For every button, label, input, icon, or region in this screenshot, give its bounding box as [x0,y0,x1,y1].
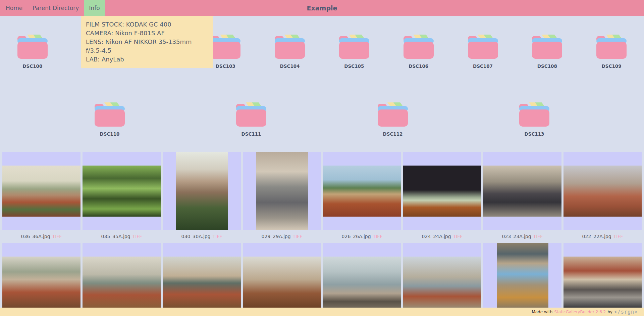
info-line-film-stock: FILM STOCK: KODAK GC 400 [86,20,209,29]
footer-made-with-text: Made with [532,310,552,314]
folder-icon [210,35,241,59]
tiff-link[interactable]: TIFF [533,234,543,239]
nav-bar: Home Parent Directory Info Example [0,0,644,16]
photo-thumbnail-vltava-bridges-view [163,257,241,308]
thumbnail-tile[interactable] [564,152,642,230]
gallery-cell [243,243,321,316]
gallery-cell: 023_23A.jpg TIFF [483,152,561,243]
thumbnail-caption: 035_35A.jpg TIFF [83,230,161,243]
tiff-link[interactable]: TIFF [613,234,623,239]
folder-icon [403,35,434,59]
tiff-link[interactable]: TIFF [293,234,303,239]
gallery-cell: 022_22A.jpg TIFF [564,152,642,243]
photo-thumbnail-castle-and-red-roofs [2,257,80,308]
gallery-cell: 026_26A.jpg TIFF [323,152,401,243]
gallery-cell [2,243,80,316]
thumbnail-tile[interactable] [564,243,642,316]
folder-label: DSC106 [409,63,428,69]
folder-icon [519,102,550,127]
image-filename: 035_35A.jpg [101,234,130,239]
folder-item[interactable]: DSC108 [515,35,579,69]
photo-thumbnail-green-hill-red-roofs [323,166,401,217]
photo-thumbnail-rooftop-haze-view [243,257,321,308]
builder-version-link[interactable]: StaticGalleryBuilder 2.6.2 [554,310,606,314]
folder-label: DSC105 [344,63,364,69]
thumbnail-tile[interactable] [2,152,80,230]
folder-item[interactable]: DSC113 [502,102,566,137]
gallery-cell [403,243,481,316]
photo-thumbnail-old-town-square-street [564,257,642,308]
folder-item[interactable]: DSC106 [387,35,450,69]
folder-icon [94,102,125,127]
thumbnail-tile[interactable] [83,152,161,230]
thumbnail-tile[interactable] [323,243,401,316]
folder-label: DSC111 [241,131,261,137]
image-filename: 036_36A.jpg [21,234,50,239]
folder-icon [17,35,48,59]
folder-item[interactable]: DSC111 [219,102,283,137]
photo-thumbnail-prague-castle-overcast [564,166,642,217]
thumbnail-grid: 036_36A.jpg TIFF 035_35A.jpg TIFF 030_30… [0,152,644,316]
gallery-cell [483,243,561,316]
folder-icon [339,35,370,59]
folder-icon [596,35,627,59]
gallery-cell: 035_35A.jpg TIFF [83,152,161,243]
thumbnail-tile[interactable] [163,243,241,316]
thumbnail-tile[interactable] [243,243,321,316]
thumbnail-caption: 024_24A.jpg TIFF [403,230,481,243]
info-tooltip: FILM STOCK: KODAK GC 400 CAMERA: Nikon F… [81,16,213,68]
thumbnail-tile[interactable] [483,243,561,316]
folder-item[interactable]: DSC107 [451,35,515,69]
srgn-brand-link[interactable]: </srgn> [614,309,638,315]
thumbnail-tile[interactable] [83,243,161,316]
image-filename: 023_23A.jpg [502,234,531,239]
tiff-link[interactable]: TIFF [52,234,62,239]
photo-thumbnail-spring-foliage [83,166,161,217]
thumbnail-tile[interactable] [323,152,401,230]
folder-label: DSC108 [537,63,557,69]
tiff-link[interactable]: TIFF [453,234,463,239]
info-line-lab: LAB: AnyLab [86,55,209,64]
folder-item[interactable]: DSC100 [1,35,64,69]
folder-icon [377,102,408,127]
folder-label: DSC113 [524,131,544,137]
thumbnail-caption: 023_23A.jpg TIFF [483,230,561,243]
folder-item[interactable]: DSC112 [361,102,425,137]
gallery-cell [83,243,161,316]
image-filename: 030_30A.jpg [181,234,211,239]
gallery-cell: 024_24A.jpg TIFF [403,152,481,243]
thumbnail-tile[interactable] [403,152,481,230]
folder-label: DSC112 [383,131,402,137]
gallery-cell [323,243,401,316]
gallery-cell [163,243,241,316]
nav-parent-directory-link[interactable]: Parent Directory [28,0,84,16]
folder-icon [468,35,498,59]
tiff-link[interactable]: TIFF [132,234,142,239]
image-filename: 022_22A.jpg [582,234,611,239]
thumbnail-tile[interactable] [243,152,321,230]
thumbnail-tile[interactable] [403,243,481,316]
thumbnail-tile[interactable] [483,152,561,230]
info-line-lens: LENS: Nikon AF NIKKOR 35-135mm f/3.5-4.5 [86,38,209,55]
nav-home-link[interactable]: Home [1,0,28,16]
thumbnail-caption: 036_36A.jpg TIFF [2,230,80,243]
folder-item[interactable]: DSC105 [322,35,386,69]
folder-item[interactable]: DSC110 [78,102,142,137]
image-filename: 029_29A.jpg [262,234,291,239]
photo-thumbnail-astronomical-clock-tower [497,243,548,316]
tiff-link[interactable]: TIFF [213,234,222,239]
thumbnail-tile[interactable] [163,152,241,230]
photo-thumbnail-bridge-statue-riverbank [323,257,401,308]
tiff-link[interactable]: TIFF [373,234,383,239]
gallery-cell [564,243,642,316]
folder-item[interactable]: DSC104 [258,35,322,69]
footer-period-text: . [639,310,641,314]
nav-info-link[interactable]: Info [84,0,105,16]
gallery-cell: 030_30A.jpg TIFF [163,152,241,243]
folder-item[interactable]: DSC109 [580,35,643,69]
folder-label: DSC110 [100,131,119,137]
info-line-camera: CAMERA: Nikon F-801S AF [86,29,209,38]
photo-thumbnail-hazy-river-panorama [83,257,161,308]
photo-thumbnail-tyn-church-at-night [403,166,481,217]
thumbnail-tile[interactable] [2,243,80,316]
